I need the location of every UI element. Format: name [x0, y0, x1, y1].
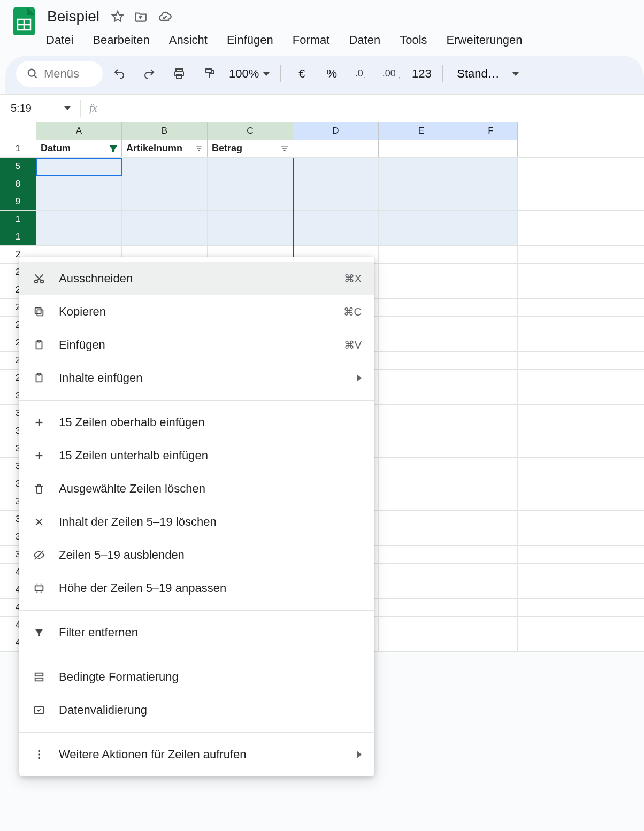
cell[interactable] — [379, 352, 464, 369]
paint-format-button[interactable] — [198, 63, 220, 85]
cell[interactable] — [293, 193, 379, 210]
row-head[interactable]: 5 — [0, 158, 36, 175]
cell[interactable] — [122, 211, 208, 228]
cell[interactable] — [379, 281, 464, 298]
cell[interactable] — [122, 228, 208, 245]
cell[interactable] — [122, 175, 208, 193]
number-format-button[interactable]: 123 — [410, 63, 433, 85]
decrease-decimal-button[interactable]: .0← — [350, 63, 373, 85]
cell[interactable] — [379, 440, 464, 457]
increase-decimal-button[interactable]: .00→ — [380, 63, 403, 85]
row-head[interactable]: 8 — [0, 175, 36, 193]
cell[interactable] — [379, 140, 464, 157]
context-menu-item[interactable]: Einfügen ⌘V — [19, 328, 374, 361]
cell[interactable] — [379, 370, 464, 387]
sheets-logo[interactable] — [11, 5, 37, 37]
context-menu-item[interactable]: Höhe der Zeilen 5–19 anpassen — [19, 572, 374, 605]
print-button[interactable] — [168, 63, 190, 85]
menu-format[interactable]: Format — [292, 31, 331, 49]
context-menu-item[interactable]: Weitere Aktionen für Zeilen aufrufen — [19, 738, 374, 771]
col-head-e[interactable]: E — [379, 122, 464, 140]
cell[interactable] — [464, 617, 518, 634]
header-cell-betrag[interactable]: Betrag — [208, 140, 293, 157]
cell[interactable] — [464, 246, 518, 263]
menu-ansicht[interactable]: Ansicht — [168, 31, 209, 49]
header-cell-artikel[interactable]: Artikelnumn — [122, 140, 208, 157]
cell[interactable] — [379, 387, 464, 404]
header-cell-datum[interactable]: Datum — [36, 140, 122, 157]
move-to-folder-icon[interactable] — [134, 10, 148, 24]
cell[interactable] — [464, 281, 518, 298]
filter-active-icon[interactable] — [109, 144, 118, 153]
cell[interactable] — [464, 405, 518, 422]
context-menu-item[interactable]: Inhalte einfügen — [19, 361, 374, 395]
cell[interactable] — [379, 317, 464, 334]
cell[interactable] — [36, 228, 122, 245]
col-head-b[interactable]: B — [122, 122, 208, 140]
cell[interactable] — [464, 299, 518, 316]
cell[interactable] — [464, 264, 518, 281]
cell[interactable] — [379, 405, 464, 422]
cell[interactable] — [379, 264, 464, 281]
context-menu-item[interactable]: Ausgewählte Zeilen löschen — [19, 472, 374, 505]
context-menu-item[interactable]: Zeilen 5–19 ausblenden — [19, 538, 374, 572]
cell[interactable] — [464, 475, 518, 493]
cell[interactable] — [122, 158, 208, 175]
col-head-c[interactable]: C — [208, 122, 293, 140]
cell[interactable] — [464, 493, 518, 510]
star-icon[interactable] — [111, 10, 124, 23]
filter-icon[interactable] — [194, 144, 204, 153]
menu-search[interactable] — [16, 61, 103, 87]
row-head[interactable]: 1 — [0, 211, 36, 228]
currency-button[interactable]: € — [290, 63, 313, 85]
col-head-a[interactable]: A — [36, 122, 122, 140]
cell[interactable] — [464, 193, 518, 210]
cell[interactable] — [464, 634, 518, 651]
cell[interactable] — [464, 140, 518, 157]
menu-erweiterungen[interactable]: Erweiterungen — [446, 31, 524, 49]
cell[interactable] — [379, 564, 464, 581]
cell[interactable] — [208, 228, 293, 245]
cell[interactable] — [379, 334, 464, 351]
cell[interactable] — [464, 352, 518, 369]
cell[interactable] — [464, 422, 518, 440]
cell[interactable] — [464, 317, 518, 334]
cell[interactable] — [464, 334, 518, 351]
cell[interactable] — [464, 564, 518, 581]
cell[interactable] — [464, 387, 518, 404]
cell[interactable] — [379, 475, 464, 493]
cell[interactable] — [122, 193, 208, 210]
cloud-status-icon[interactable] — [157, 9, 172, 24]
cell[interactable] — [208, 175, 293, 193]
cell[interactable] — [379, 546, 464, 563]
cell[interactable] — [36, 211, 122, 228]
filter-icon[interactable] — [280, 144, 289, 153]
cell[interactable] — [379, 458, 464, 475]
cell[interactable] — [464, 440, 518, 457]
select-all-corner[interactable] — [0, 122, 36, 140]
cell[interactable] — [379, 511, 464, 528]
col-head-d[interactable]: D — [293, 122, 379, 140]
col-head-f[interactable]: F — [464, 122, 518, 140]
cell[interactable] — [464, 528, 518, 545]
context-menu-item[interactable]: Inhalt der Zeilen 5–19 löschen — [19, 505, 374, 538]
row-head[interactable]: 1 — [0, 140, 36, 157]
cell[interactable] — [208, 211, 293, 228]
cell[interactable] — [293, 175, 379, 193]
cell[interactable] — [464, 175, 518, 193]
cell[interactable] — [379, 581, 464, 598]
cell[interactable] — [379, 246, 464, 263]
context-menu-item[interactable]: Filter entfernen — [19, 616, 374, 649]
menu-search-input[interactable] — [44, 67, 92, 81]
cell[interactable] — [379, 158, 464, 175]
row-head[interactable]: 1 — [0, 228, 36, 245]
cell[interactable] — [464, 581, 518, 598]
cell[interactable] — [379, 299, 464, 316]
redo-button[interactable] — [138, 63, 160, 85]
context-menu-item[interactable]: Datenvalidierung — [19, 694, 374, 727]
cell[interactable] — [379, 175, 464, 193]
cell[interactable] — [293, 140, 379, 157]
zoom-dropdown[interactable]: 100% — [226, 67, 273, 81]
cell[interactable] — [379, 528, 464, 545]
menu-daten[interactable]: Daten — [348, 31, 381, 49]
